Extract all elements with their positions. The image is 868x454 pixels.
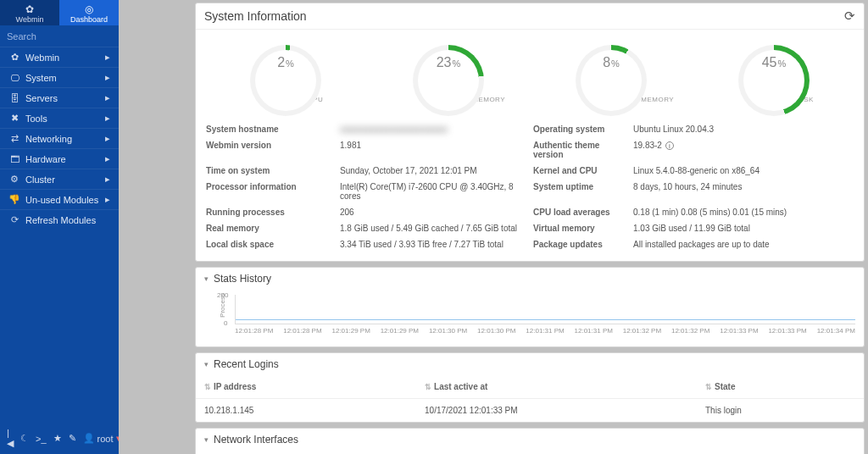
sidebar-item-un-used-modules[interactable]: 👎Un-used Modules▸ bbox=[0, 189, 119, 209]
panel-header[interactable]: ▾ Stats History bbox=[196, 268, 864, 290]
col-header[interactable]: ⇅Type bbox=[249, 451, 303, 454]
info-value[interactable]: Sunday, October 17, 2021 12:01 PM bbox=[340, 166, 526, 175]
info-value: Ubuntu Linux 20.04.3 bbox=[633, 125, 824, 134]
user-icon: 👤 bbox=[83, 433, 95, 444]
col-header[interactable]: ⇅Active bbox=[798, 451, 864, 454]
gauges-row: 2%CPU23%REAL MEMORY8%VIRTUAL MEMORY45%LO… bbox=[196, 30, 864, 121]
sidebar: ✿ Webmin ◎ Dashboard 🔍 ✿Webmin▸🖵System▸🗄… bbox=[0, 0, 119, 454]
info-value: 19.83-2i bbox=[633, 141, 824, 159]
caret-icon: ▾ bbox=[204, 360, 209, 368]
cell-state: This login bbox=[697, 399, 864, 423]
sidebar-item-webmin[interactable]: ✿Webmin▸ bbox=[0, 47, 119, 67]
col-header[interactable]: ⇅IPv4 Address bbox=[395, 451, 487, 454]
info-value: 1.8 GiB used / 5.49 GiB cached / 7.65 Gi… bbox=[340, 224, 526, 233]
x-tick: 12:01:30 PM bbox=[429, 327, 467, 335]
col-header[interactable]: ⇅Netmask bbox=[659, 451, 730, 454]
info-value[interactable]: All installed packages are up to date bbox=[633, 240, 824, 249]
nav-icon: 🗔 bbox=[8, 154, 20, 164]
col-header[interactable]: ⇅State bbox=[697, 375, 864, 399]
info-key: System uptime bbox=[533, 182, 626, 201]
col-header[interactable]: ⇅Name bbox=[196, 451, 249, 454]
tab-label: Dashboard bbox=[70, 15, 108, 24]
caret-icon: ▾ bbox=[204, 435, 209, 444]
user-label: root bbox=[97, 434, 114, 444]
info-value: ■■■■■■■■■■■■■■■■■■■■■ bbox=[340, 125, 526, 134]
stats-plot: Process 200 0 bbox=[235, 295, 855, 324]
chevron-right-icon: ▸ bbox=[105, 174, 110, 185]
sidebar-item-refresh-modules[interactable]: ⟳Refresh Modules bbox=[0, 209, 119, 230]
nav-icon: ✿ bbox=[8, 52, 20, 63]
x-tick: 12:01:33 PM bbox=[768, 327, 806, 335]
panel-header[interactable]: ▾ Recent Logins bbox=[196, 353, 864, 375]
sidebar-item-networking[interactable]: ⇄Networking▸ bbox=[0, 128, 119, 148]
recent-logins-panel: ▾ Recent Logins ⇅IP address⇅Last active … bbox=[195, 352, 865, 423]
caret-icon: ▾ bbox=[204, 274, 209, 283]
webmin-icon: ✿ bbox=[25, 4, 34, 14]
stats-history-panel: ▾ Stats History Process 200 0 12:01:28 P… bbox=[195, 267, 865, 347]
col-header[interactable]: ⇅IP address bbox=[196, 375, 416, 399]
x-tick: 12:01:33 PM bbox=[720, 327, 758, 335]
info-key: Virtual memory bbox=[533, 224, 626, 233]
chevron-right-icon: ▸ bbox=[105, 72, 110, 83]
cell-last: 10/17/2021 12:01:33 PM bbox=[416, 399, 697, 423]
info-key: Operating system bbox=[533, 125, 626, 134]
panel-title: Network Interfaces bbox=[214, 434, 298, 446]
chart-line bbox=[236, 319, 855, 320]
info-icon[interactable]: i bbox=[665, 141, 674, 150]
gauge-real-memory: 23%REAL MEMORY bbox=[385, 45, 512, 111]
refresh-icon[interactable]: ⟳ bbox=[844, 8, 855, 24]
sidebar-item-system[interactable]: 🖵System▸ bbox=[0, 67, 119, 87]
sort-icon: ⇅ bbox=[705, 383, 712, 391]
col-header[interactable]: ⇅Broadcast bbox=[730, 451, 798, 454]
tab-label: Webmin bbox=[16, 15, 44, 24]
tab-webmin[interactable]: ✿ Webmin bbox=[0, 0, 59, 25]
footer-icon-0[interactable]: |◀ bbox=[7, 428, 14, 449]
x-tick: 12:01:31 PM bbox=[575, 327, 613, 335]
nav-icon: ⟳ bbox=[8, 214, 20, 225]
network-interfaces-table: ⇅Name⇅Type⇅Interface Speed⇅IPv4 Address⇅… bbox=[196, 451, 864, 454]
gauge-value: 8% bbox=[548, 55, 675, 70]
info-value: 0.18 (1 min) 0.08 (5 mins) 0.01 (15 mins… bbox=[633, 208, 824, 217]
nav-label: System bbox=[25, 73, 57, 83]
table-row: 10.218.1.14510/17/2021 12:01:33 PMThis l… bbox=[196, 399, 864, 423]
search-input[interactable] bbox=[7, 31, 124, 42]
info-value[interactable]: 206 bbox=[340, 208, 526, 217]
nav-label: Un-used Modules bbox=[25, 195, 98, 205]
col-header[interactable]: ⇅Interface Speed bbox=[303, 451, 395, 454]
nav-icon: ✖ bbox=[8, 113, 20, 124]
x-tick: 12:01:29 PM bbox=[381, 327, 419, 335]
sidebar-item-servers[interactable]: 🗄Servers▸ bbox=[0, 87, 119, 108]
x-tick: 12:01:28 PM bbox=[283, 327, 321, 335]
y-tick: 0 bbox=[224, 319, 227, 327]
info-key: Time on system bbox=[206, 166, 333, 175]
info-key: Webmin version bbox=[206, 141, 333, 159]
nav-label: Tools bbox=[25, 114, 47, 124]
footer-icon-3[interactable]: ★ bbox=[53, 433, 62, 444]
col-header[interactable]: ⇅Last active at bbox=[416, 375, 697, 399]
sidebar-item-hardware[interactable]: 🗔Hardware▸ bbox=[0, 148, 119, 169]
chevron-right-icon: ▸ bbox=[105, 113, 110, 124]
panel-header: System Information ⟳ bbox=[196, 3, 864, 30]
x-axis-ticks: 12:01:28 PM12:01:28 PM12:01:29 PM12:01:2… bbox=[235, 327, 855, 335]
footer-icon-2[interactable]: >_ bbox=[36, 434, 47, 444]
sidebar-item-tools[interactable]: ✖Tools▸ bbox=[0, 108, 119, 128]
main-content: System Information ⟳ 2%CPU23%REAL MEMORY… bbox=[119, 0, 868, 454]
search-bar: 🔍 bbox=[0, 25, 119, 47]
tab-dashboard[interactable]: ◎ Dashboard bbox=[59, 0, 119, 25]
network-interfaces-panel: ▾ Network Interfaces ⇅Name⇅Type⇅Interfac… bbox=[195, 428, 865, 454]
info-grid: System hostname■■■■■■■■■■■■■■■■■■■■■Oper… bbox=[196, 121, 864, 261]
recent-logins-table: ⇅IP address⇅Last active at⇅State10.218.1… bbox=[196, 375, 864, 422]
chevron-right-icon: ▸ bbox=[105, 52, 110, 63]
sidebar-item-cluster[interactable]: ⚙Cluster▸ bbox=[0, 169, 119, 189]
info-value: 1.03 GiB used / 11.99 GiB total bbox=[633, 224, 824, 233]
panel-title: System Information bbox=[204, 9, 307, 23]
footer-icon-1[interactable]: ☾ bbox=[20, 433, 29, 444]
info-key: Kernel and CPU bbox=[533, 166, 626, 175]
panel-header[interactable]: ▾ Network Interfaces bbox=[196, 429, 864, 451]
info-value[interactable]: 8 days, 10 hours, 24 minutes bbox=[633, 182, 824, 201]
gauge-cpu: 2%CPU bbox=[222, 45, 349, 111]
top-tabs: ✿ Webmin ◎ Dashboard bbox=[0, 0, 119, 25]
footer-icon-4[interactable]: ✎ bbox=[69, 433, 76, 444]
col-header[interactable]: ⇅IPv6 Addresses bbox=[487, 451, 659, 454]
footer-user[interactable]: 👤root ▾ bbox=[83, 433, 121, 444]
